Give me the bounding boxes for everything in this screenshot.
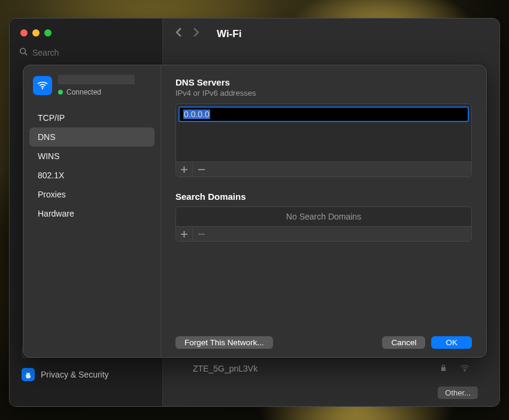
- modal-content: DNS Servers IPv4 or IPv6 addresses 0.0.0…: [161, 65, 486, 357]
- modal-sidebar: Connected TCP/IP DNS WINS 802.1X Proxies…: [23, 65, 161, 357]
- main-toolbar: Wi-Fi: [163, 19, 499, 49]
- svg-point-4: [42, 88, 43, 89]
- tab-dns[interactable]: DNS: [29, 127, 154, 147]
- back-button[interactable]: [175, 27, 183, 41]
- sidebar-item-label: Privacy & Security: [41, 370, 109, 379]
- remove-dns-button[interactable]: [193, 162, 210, 176]
- page-title: Wi-Fi: [217, 28, 241, 40]
- sidebar-item-privacy[interactable]: Privacy & Security: [16, 364, 156, 385]
- window-controls: [10, 25, 162, 44]
- network-name-redacted: [58, 75, 135, 84]
- dns-server-input[interactable]: 0.0.0.0: [178, 106, 469, 122]
- wifi-icon: [33, 76, 52, 95]
- settings-tabs: TCP/IP DNS WINS 802.1X Proxies Hardware: [27, 108, 157, 223]
- ok-button[interactable]: OK: [431, 336, 472, 349]
- network-row[interactable]: ZTE_5G_pnL3Vk: [163, 360, 499, 377]
- cancel-button[interactable]: Cancel: [382, 336, 425, 349]
- dns-list-controls: [176, 162, 471, 176]
- svg-point-0: [20, 48, 26, 54]
- add-domain-button[interactable]: [176, 227, 193, 241]
- wifi-signal-icon: [460, 364, 469, 373]
- network-ssid: ZTE_5G_pnL3Vk: [193, 364, 257, 373]
- maximize-icon[interactable]: [44, 29, 51, 36]
- search-domains-title: Search Domains: [175, 191, 472, 202]
- close-icon[interactable]: [20, 29, 28, 36]
- forward-button[interactable]: [192, 27, 200, 41]
- other-network-button[interactable]: Other...: [438, 386, 478, 399]
- dns-servers-list: 0.0.0.0: [175, 104, 472, 177]
- dns-servers-subtitle: IPv4 or IPv6 addresses: [175, 89, 472, 98]
- search-domains-list: No Search Domains: [175, 206, 472, 242]
- forget-network-button[interactable]: Forget This Network...: [175, 336, 273, 349]
- search-input[interactable]: [32, 48, 140, 57]
- hand-icon: [22, 368, 35, 381]
- minimize-icon[interactable]: [32, 29, 40, 36]
- tab-tcpip[interactable]: TCP/IP: [29, 108, 154, 127]
- remove-domain-button[interactable]: [193, 227, 210, 241]
- svg-rect-2: [441, 367, 446, 371]
- network-header: Connected: [27, 75, 157, 102]
- search-field[interactable]: [10, 44, 162, 66]
- lock-icon: [440, 364, 449, 373]
- tab-wins[interactable]: WINS: [29, 147, 154, 166]
- search-domains-empty: No Search Domains: [176, 207, 471, 226]
- search-domain-controls: [176, 226, 471, 241]
- modal-footer: Forget This Network... Cancel OK: [175, 324, 472, 349]
- tab-8021x[interactable]: 802.1X: [29, 166, 154, 185]
- dns-settings-modal: Connected TCP/IP DNS WINS 802.1X Proxies…: [23, 65, 487, 358]
- tab-proxies[interactable]: Proxies: [29, 185, 154, 204]
- status-dot-icon: [58, 90, 63, 95]
- search-icon: [19, 47, 28, 57]
- tab-hardware[interactable]: Hardware: [29, 204, 154, 223]
- connection-status: Connected: [58, 88, 135, 96]
- dns-servers-title: DNS Servers: [175, 77, 472, 87]
- add-dns-button[interactable]: [176, 162, 193, 176]
- svg-line-1: [25, 53, 28, 56]
- svg-point-3: [464, 370, 465, 372]
